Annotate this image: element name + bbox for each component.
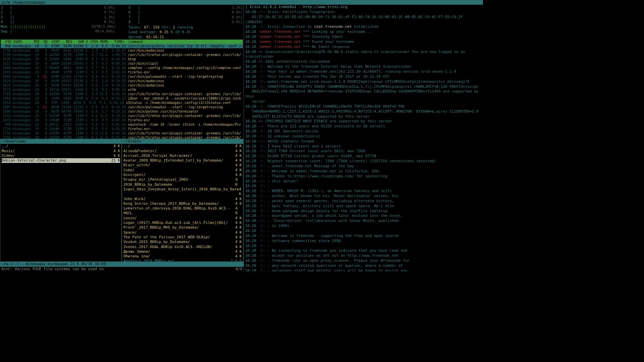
irssi-line: 16:26 !weber.freenode.net *** Found your… [245, 40, 482, 45]
process-row[interactable]: 1008 mindaugas 20 0 90468 8652 4644 S 0.… [1, 66, 243, 70]
vifm-right-pane[interactable]: ~/Videos ../4 KAlien&Predator/4 KArrival… [122, 139, 244, 262]
file-item[interactable]: Logan_(2017).HDRip.Dub.ac3.sub_[All.Film… [123, 221, 242, 225]
irssi-line: 16:26 -!- - [245, 229, 482, 234]
process-row[interactable]: 1730 mindaugas 20 0 2425M 457M 130M S 0.… [1, 53, 243, 57]
file-item[interactable]: Debian-Vetorial-Character.png21 K [2, 158, 120, 163]
irssi-line: 16:26 -!- 48292 channels formed [245, 139, 482, 144]
file-item[interactable]: Arrival.2016.Toriyal.Rutracker/4 K [123, 154, 242, 158]
cpu-meters: 1[0.0%]2[0.7%]3[|1.3%]4[|0.7%] 5[3.3%]6[… [1, 5, 243, 24]
irssi-line: 16:26 -!- 32 unknown connection(s) [245, 134, 482, 139]
file-item[interactable]: Дрожь Земли/4 K [123, 249, 242, 254]
irssi-line: 16:26 -!- There are 113 users and 91155 … [245, 124, 482, 129]
file-item[interactable]: Alien&Predator/4 K [123, 149, 242, 154]
process-row[interactable]: 1670 mindaugas 20 0 2404M 373M 133M S 0.… [1, 118, 243, 122]
file-item[interactable]: Kong_Ostrov_Cherepa_2017_BDRip_by_Dalema… [123, 201, 242, 206]
tasks-info: Tasks: 67, 159 thr; 2 running [128, 25, 243, 30]
irssi-line: 16:26 -!- Irssi: Certificate fingerprint… [245, 10, 482, 15]
irssi-line: 16:26 -!- - 'Insurrection' (collaboratio… [245, 219, 482, 224]
process-list[interactable]: 946 mindaugas 20 0 470M 147M 61348 S 2.0… [1, 44, 243, 139]
process-row[interactable]: 1598 mindaugas 20 0 683M 68796 35000 S 0… [1, 109, 243, 114]
file-item[interactable]: ../4 K [123, 144, 242, 148]
file-item[interactable]: Lenin/4 K [123, 216, 242, 221]
process-row[interactable]: 1733 mindaugas 20 0 2425M 457M 130M S 0.… [1, 114, 243, 118]
process-row[interactable]: 1817 mindaugas 20 0 496M 28544 20560 S 0… [1, 61, 243, 66]
vifm-right-list[interactable]: ../4 KAlien&Predator/4 KArrival.2016.Tor… [122, 144, 243, 262]
file-item[interactable]: Music/4 K [2, 149, 120, 154]
irssi-line: 16:26 -!- - Welcome to weber.freenode.ne… [245, 169, 482, 174]
cpu-meter-8: 8[0.0%] [128, 20, 243, 24]
file-item[interactable]: John_Wick/4 K [123, 197, 242, 201]
irssi-line: 16:26 -!- Your host is weber.freenode.ne… [245, 69, 482, 74]
file-item[interactable]: Lekarstvo.ot.zdorovya.2016.DUAL.BDRip.Xv… [123, 206, 242, 216]
file-item[interactable]: Abattoir.2016.BDRip.avi1.5 G [123, 259, 242, 262]
irssi-line: 16:26 -!- 91268 97718 Current global use… [245, 154, 482, 159]
irssi-line: 16:26 -!- Welcome to the freenode Intern… [245, 64, 482, 69]
file-item[interactable]: Vozduh_2015_BDRip_by_Dalemake/4 K [123, 240, 242, 244]
loadavg-info: Load average: 0.15 0.13 0.15 [128, 30, 243, 35]
irssi-line: 16:26 -!- - weber.freenode.net Message o… [245, 164, 482, 169]
irssi-panel[interactable]: | Irssi v1.0.2-1+deb9u1 - http://www.irs… [244, 5, 483, 272]
irssi-line: SAFELIST ELIST=CTU KNOCK are supported b… [245, 114, 482, 119]
vifm-left-pane[interactable]: ~/Downloads ../4 KMusic/4 KVideo/4 KDebi… [0, 139, 122, 262]
process-row[interactable]: 1766 mindaugas 20 0 2425M 457M 130M S 0.… [1, 92, 243, 96]
vifm-left-list[interactable]: ../4 KMusic/4 KVideo/4 KDebian-Vetorial-… [0, 144, 121, 163]
process-row[interactable]: 1824 mindaugas 20 0 992M 56932 33196 S 0… [1, 79, 243, 83]
file-item[interactable]: Blair_witch/4 K [123, 163, 242, 168]
cpu-meter-3: 3[|1.3%] [1, 15, 115, 20]
cpu-meter-7: 7[0.0%] [128, 15, 243, 20]
irssi-line: 16:26 -!- - By connecting to freenode yo… [245, 248, 482, 253]
file-item[interactable]: Divirgent/4 K [123, 173, 242, 177]
irssi-log[interactable]: 16:26 -!- Irssi: Certificate fingerprint… [245, 10, 482, 272]
swap-meter: Swp[0K/4.00G] [1, 29, 115, 34]
file-item[interactable]: Proch'_2017_BDRip_MVO_by_Dalemake/4 K [123, 225, 242, 230]
process-row[interactable]: 1742 mindaugas 20 0 2425M 457M 130M S 0.… [1, 135, 243, 139]
vifm-panel[interactable]: ~/Downloads ../4 KMusic/4 KVideo/4 KDebi… [0, 139, 244, 272]
process-row[interactable]: 1734 mindaugas 20 0 2404M 373M 133M S 0.… [1, 127, 243, 131]
file-item[interactable]: Zvonki.2017.DUAL.BDRip.XviD.AC3.-HQCLUB/… [123, 245, 242, 249]
vifm-command-line[interactable]: Hint: Various FUSE file-systems can be u… [0, 267, 244, 272]
irssi-line: 16:26 !weber.freenode.net *** Checking I… [245, 35, 482, 40]
file-item[interactable]: Video/4 K [2, 154, 120, 158]
process-row[interactable]: 1007 mindaugas 9 -11 869M 15208 11704 S … [1, 105, 243, 109]
process-row[interactable]: 1741 mindaugas 20 0 2425M 457M 130M S 0.… [1, 131, 243, 135]
irssi-line: 16:26 -!- Irssi: Connection to chat.free… [245, 24, 482, 29]
cpu-meter-4: 4[|0.7%] [1, 20, 115, 24]
process-row[interactable]: 1626 mindaugas 20 0 25984 5040 2944 R 0.… [1, 57, 243, 61]
htop-panel[interactable]: 1[0.0%]2[0.7%]3[|1.3%]4[|0.7%] 5[3.3%]6[… [0, 5, 244, 139]
irssi-line: 16:26 -!- - [245, 184, 482, 189]
process-row[interactable]: 1833 mindaugas 20 0 404M 137M 133M S 0.7… [1, 70, 243, 74]
process-row[interactable]: 1790 mindaugas 20 0 642M 5692 33196 S 1.… [1, 48, 243, 53]
process-row[interactable]: 1005 mindaugas 20 0 103M 9388 8356 S 0.0… [1, 96, 243, 101]
file-item[interactable]: The Fate of the Furious_2017_WEB-DLRip/4… [123, 235, 242, 240]
file-item[interactable]: Space/4 K [123, 230, 242, 235]
irssi-line: 16:26 -!- - WEBER, DAVID M. (1952-), an … [245, 189, 482, 194]
file-item[interactable]: Cube/4 K [123, 168, 242, 173]
file-item[interactable]: Обитель зла/4 K [123, 254, 242, 259]
process-row[interactable]: 946 mindaugas 20 0 470M 147M 61348 S 2.0… [1, 44, 243, 48]
process-row[interactable]: 1806 mindaugas 9 -11 869M 15208 11704 S … [1, 74, 243, 79]
irssi-line: 16:26 !weber.freenode.net *** Looking up… [245, 29, 482, 35]
process-row[interactable]: 1571 mindaugas 20 0 34728 10372 6408 S 0… [1, 87, 243, 92]
irssi-line: 16:26 -!- - this server! [245, 179, 482, 184]
irssi-line: 16:26 -!- CHANTYPES=#& EXCEPTS INVEX CHA… [245, 84, 482, 89]
irssi-line: 16:26 -!- weber.freenode.net ircd-seven-… [245, 79, 482, 84]
file-item[interactable]: Izgoi_Odin_Zvezdnye_Voiny_Istorii_2016_B… [123, 187, 242, 197]
irssi-line: 16:26 >> CPRIVMSG CNOTICE WHOX ETRACE ar… [245, 119, 482, 124]
file-item[interactable]: Drugoy_mir_[Pentalogiya]_2003-2016_BDRip… [123, 177, 242, 187]
process-row[interactable]: 1010 mindaugas 20 0 97M 5440 4616 S 0.0 … [1, 101, 243, 105]
file-item[interactable]: Avatar_2009_BDRip_[Extended_Cut]_by_Dale… [123, 158, 242, 163]
process-row[interactable]: 1825 mindaugas 20 0 992M 56932 33196 S 0… [1, 83, 243, 87]
irssi-line: 16:26 !weber.freenode.net *** No Ident r… [245, 45, 482, 50]
irssi-line: 16:26 -!- - author. Best known for his '… [245, 194, 482, 199]
main-container: 1[0.0%]2[0.7%]3[|1.3%]4[|0.7%] 5[3.3%]6[… [0, 5, 483, 272]
file-item[interactable]: ../4 K [2, 144, 120, 148]
process-header[interactable]: PID USER PRI NI VIRT RES SHR S CPU% MEM%… [1, 40, 243, 44]
irssi-line: 16:26 -!- - any network-related question… [245, 263, 482, 268]
irssi-line: 16:26 -!- - works span several genres, i… [245, 199, 482, 204]
process-row[interactable]: 999 mindaugas 20 0 26512 2912 2584 S 0.0… [1, 122, 243, 127]
irssi-line: 16:26 -!- - freenode runs an open proxy … [245, 258, 482, 263]
irssi-line: 16:26 -!- - in 1990). [245, 224, 482, 229]
irssi-line: 16:26 >> SASL authentication succeeded [245, 59, 482, 64]
irssi-line: 16:26 -!- - boardgame series, a job whic… [245, 214, 482, 219]
irssi-line: 16:26 -!- Highest connection count: 7369… [245, 159, 482, 164]
